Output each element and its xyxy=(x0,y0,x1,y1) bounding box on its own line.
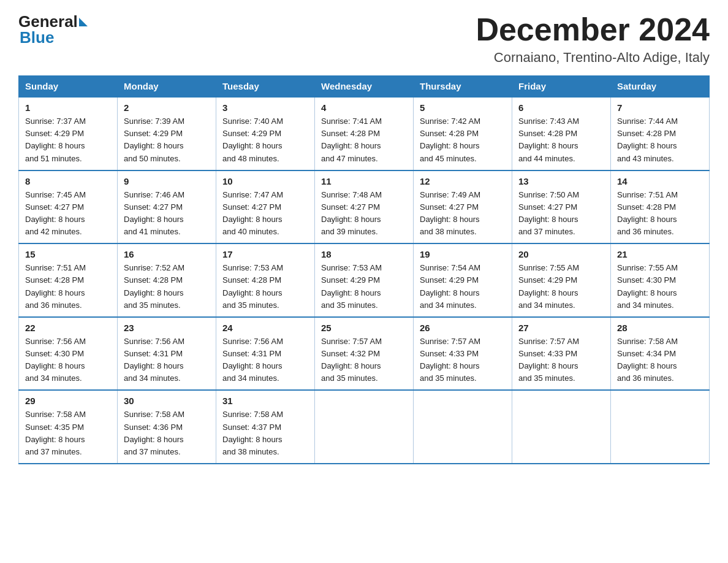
calendar-week-2: 8 Sunrise: 7:45 AM Sunset: 4:27 PM Dayli… xyxy=(19,170,710,244)
location-subtitle: Cornaiano, Trentino-Alto Adige, Italy xyxy=(476,50,710,66)
calendar-header-row: Sunday Monday Tuesday Wednesday Thursday… xyxy=(19,76,710,98)
day-number: 7 xyxy=(617,102,703,113)
day-info: Sunrise: 7:56 AM Sunset: 4:31 PM Dayligh… xyxy=(124,335,210,385)
day-info: Sunrise: 7:48 AM Sunset: 4:27 PM Dayligh… xyxy=(321,189,407,239)
calendar-cell: 20 Sunrise: 7:55 AM Sunset: 4:29 PM Dayl… xyxy=(512,243,611,317)
calendar-cell: 14 Sunrise: 7:51 AM Sunset: 4:28 PM Dayl… xyxy=(611,170,710,244)
calendar-cell xyxy=(315,390,414,464)
day-info: Sunrise: 7:45 AM Sunset: 4:27 PM Dayligh… xyxy=(25,189,111,239)
day-info: Sunrise: 7:55 AM Sunset: 4:29 PM Dayligh… xyxy=(518,262,604,312)
day-info: Sunrise: 7:43 AM Sunset: 4:28 PM Dayligh… xyxy=(518,115,604,165)
calendar-cell: 23 Sunrise: 7:56 AM Sunset: 4:31 PM Dayl… xyxy=(118,317,216,391)
calendar-cell: 2 Sunrise: 7:39 AM Sunset: 4:29 PM Dayli… xyxy=(118,97,216,170)
day-number: 24 xyxy=(222,323,308,333)
calendar-cell: 8 Sunrise: 7:45 AM Sunset: 4:27 PM Dayli… xyxy=(19,170,118,244)
calendar-cell: 10 Sunrise: 7:47 AM Sunset: 4:27 PM Dayl… xyxy=(216,170,315,244)
day-number: 5 xyxy=(420,102,506,113)
calendar-cell xyxy=(611,390,710,464)
day-number: 27 xyxy=(518,323,604,333)
day-info: Sunrise: 7:47 AM Sunset: 4:27 PM Dayligh… xyxy=(222,189,308,239)
day-info: Sunrise: 7:41 AM Sunset: 4:28 PM Dayligh… xyxy=(321,115,407,165)
day-number: 12 xyxy=(420,176,506,186)
day-number: 22 xyxy=(25,323,111,333)
day-number: 21 xyxy=(617,249,703,259)
day-info: Sunrise: 7:53 AM Sunset: 4:28 PM Dayligh… xyxy=(222,262,308,312)
day-number: 11 xyxy=(321,176,407,186)
day-info: Sunrise: 7:53 AM Sunset: 4:29 PM Dayligh… xyxy=(321,262,407,312)
day-info: Sunrise: 7:39 AM Sunset: 4:29 PM Dayligh… xyxy=(124,115,210,165)
day-number: 2 xyxy=(124,102,210,113)
calendar-cell: 16 Sunrise: 7:52 AM Sunset: 4:28 PM Dayl… xyxy=(118,243,216,317)
day-info: Sunrise: 7:56 AM Sunset: 4:31 PM Dayligh… xyxy=(222,335,308,385)
header: General Blue December 2024 Cornaiano, Tr… xyxy=(18,12,710,66)
header-monday: Monday xyxy=(118,76,216,98)
day-info: Sunrise: 7:58 AM Sunset: 4:35 PM Dayligh… xyxy=(25,408,111,458)
day-info: Sunrise: 7:57 AM Sunset: 4:33 PM Dayligh… xyxy=(420,335,506,385)
month-title: December 2024 xyxy=(476,12,710,47)
day-number: 13 xyxy=(518,176,604,186)
calendar-cell: 29 Sunrise: 7:58 AM Sunset: 4:35 PM Dayl… xyxy=(19,390,118,464)
calendar-table: Sunday Monday Tuesday Wednesday Thursday… xyxy=(18,75,710,464)
day-info: Sunrise: 7:51 AM Sunset: 4:28 PM Dayligh… xyxy=(25,262,111,312)
calendar-cell: 24 Sunrise: 7:56 AM Sunset: 4:31 PM Dayl… xyxy=(216,317,315,391)
header-friday: Friday xyxy=(512,76,611,98)
day-number: 31 xyxy=(222,396,308,406)
header-thursday: Thursday xyxy=(414,76,512,98)
calendar-cell xyxy=(512,390,611,464)
day-number: 8 xyxy=(25,176,111,186)
day-number: 26 xyxy=(420,323,506,333)
day-info: Sunrise: 7:56 AM Sunset: 4:30 PM Dayligh… xyxy=(25,335,111,385)
calendar-cell xyxy=(414,390,512,464)
day-info: Sunrise: 7:49 AM Sunset: 4:27 PM Dayligh… xyxy=(420,189,506,239)
day-info: Sunrise: 7:57 AM Sunset: 4:33 PM Dayligh… xyxy=(518,335,604,385)
day-number: 23 xyxy=(124,323,210,333)
calendar-cell: 7 Sunrise: 7:44 AM Sunset: 4:28 PM Dayli… xyxy=(611,97,710,170)
calendar-cell: 13 Sunrise: 7:50 AM Sunset: 4:27 PM Dayl… xyxy=(512,170,611,244)
day-number: 14 xyxy=(617,176,703,186)
day-number: 10 xyxy=(222,176,308,186)
day-number: 3 xyxy=(222,102,308,113)
calendar-cell: 4 Sunrise: 7:41 AM Sunset: 4:28 PM Dayli… xyxy=(315,97,414,170)
header-tuesday: Tuesday xyxy=(216,76,315,98)
calendar-cell: 25 Sunrise: 7:57 AM Sunset: 4:32 PM Dayl… xyxy=(315,317,414,391)
calendar-cell: 22 Sunrise: 7:56 AM Sunset: 4:30 PM Dayl… xyxy=(19,317,118,391)
header-wednesday: Wednesday xyxy=(315,76,414,98)
header-sunday: Sunday xyxy=(19,76,118,98)
calendar-cell: 30 Sunrise: 7:58 AM Sunset: 4:36 PM Dayl… xyxy=(118,390,216,464)
calendar-cell: 15 Sunrise: 7:51 AM Sunset: 4:28 PM Dayl… xyxy=(19,243,118,317)
calendar-cell: 3 Sunrise: 7:40 AM Sunset: 4:29 PM Dayli… xyxy=(216,97,315,170)
logo: General Blue xyxy=(18,12,88,47)
day-info: Sunrise: 7:40 AM Sunset: 4:29 PM Dayligh… xyxy=(222,115,308,165)
calendar-cell: 18 Sunrise: 7:53 AM Sunset: 4:29 PM Dayl… xyxy=(315,243,414,317)
title-area: December 2024 Cornaiano, Trentino-Alto A… xyxy=(476,12,710,66)
day-number: 9 xyxy=(124,176,210,186)
day-number: 1 xyxy=(25,102,111,113)
day-info: Sunrise: 7:50 AM Sunset: 4:27 PM Dayligh… xyxy=(518,189,604,239)
calendar-week-1: 1 Sunrise: 7:37 AM Sunset: 4:29 PM Dayli… xyxy=(19,97,710,170)
day-info: Sunrise: 7:54 AM Sunset: 4:29 PM Dayligh… xyxy=(420,262,506,312)
calendar-cell: 11 Sunrise: 7:48 AM Sunset: 4:27 PM Dayl… xyxy=(315,170,414,244)
day-info: Sunrise: 7:44 AM Sunset: 4:28 PM Dayligh… xyxy=(617,115,703,165)
day-info: Sunrise: 7:58 AM Sunset: 4:37 PM Dayligh… xyxy=(222,408,308,458)
calendar-cell: 6 Sunrise: 7:43 AM Sunset: 4:28 PM Dayli… xyxy=(512,97,611,170)
calendar-cell: 9 Sunrise: 7:46 AM Sunset: 4:27 PM Dayli… xyxy=(118,170,216,244)
day-number: 30 xyxy=(124,396,210,406)
day-number: 19 xyxy=(420,249,506,259)
day-info: Sunrise: 7:57 AM Sunset: 4:32 PM Dayligh… xyxy=(321,335,407,385)
day-info: Sunrise: 7:58 AM Sunset: 4:36 PM Dayligh… xyxy=(124,408,210,458)
day-info: Sunrise: 7:46 AM Sunset: 4:27 PM Dayligh… xyxy=(124,189,210,239)
calendar-week-4: 22 Sunrise: 7:56 AM Sunset: 4:30 PM Dayl… xyxy=(19,317,710,391)
day-number: 20 xyxy=(518,249,604,259)
day-info: Sunrise: 7:52 AM Sunset: 4:28 PM Dayligh… xyxy=(124,262,210,312)
calendar-week-3: 15 Sunrise: 7:51 AM Sunset: 4:28 PM Dayl… xyxy=(19,243,710,317)
day-number: 18 xyxy=(321,249,407,259)
day-number: 25 xyxy=(321,323,407,333)
day-number: 29 xyxy=(25,396,111,406)
calendar-cell: 5 Sunrise: 7:42 AM Sunset: 4:28 PM Dayli… xyxy=(414,97,512,170)
calendar-cell: 21 Sunrise: 7:55 AM Sunset: 4:30 PM Dayl… xyxy=(611,243,710,317)
day-number: 4 xyxy=(321,102,407,113)
calendar-cell: 12 Sunrise: 7:49 AM Sunset: 4:27 PM Dayl… xyxy=(414,170,512,244)
calendar-cell: 27 Sunrise: 7:57 AM Sunset: 4:33 PM Dayl… xyxy=(512,317,611,391)
calendar-cell: 26 Sunrise: 7:57 AM Sunset: 4:33 PM Dayl… xyxy=(414,317,512,391)
day-number: 17 xyxy=(222,249,308,259)
